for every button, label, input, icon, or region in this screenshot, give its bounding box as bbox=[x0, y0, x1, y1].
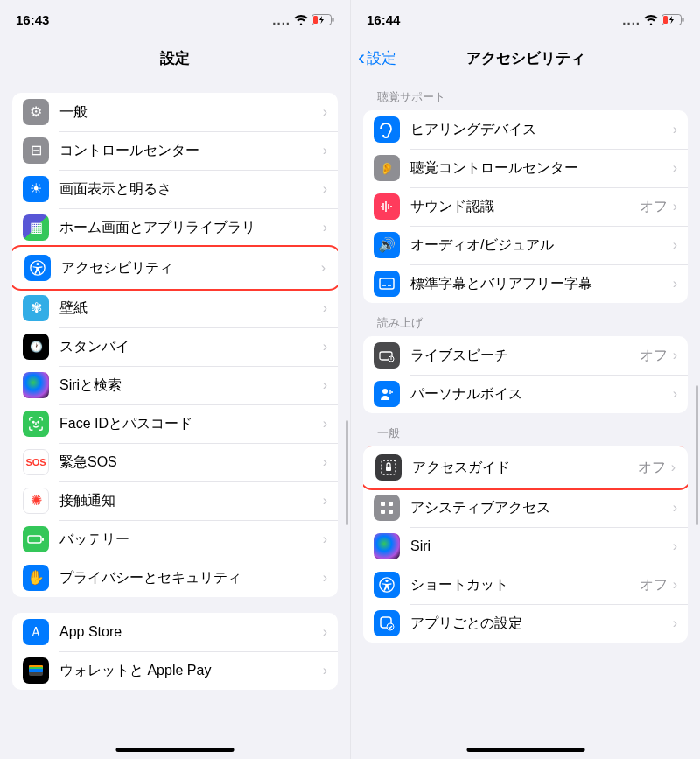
svg-rect-14 bbox=[663, 16, 668, 24]
chevron-right-icon: › bbox=[323, 570, 327, 586]
chevron-right-icon: › bbox=[323, 454, 327, 470]
chevron-right-icon: › bbox=[323, 416, 327, 432]
row-label: ホーム画面とアプリライブラリ bbox=[60, 219, 323, 237]
row-guided-access[interactable]: アクセスガイド オフ › bbox=[365, 448, 686, 487]
row-general[interactable]: ⚙ 一般 › bbox=[12, 93, 338, 131]
row-value: オフ bbox=[640, 576, 668, 594]
status-time: 16:44 bbox=[367, 12, 400, 27]
row-subtitles[interactable]: 標準字幕とバリアフリー字幕 › bbox=[363, 264, 688, 303]
row-personal-voice[interactable]: パーソナルボイス › bbox=[363, 375, 688, 413]
row-label: サウンド認識 bbox=[410, 198, 640, 216]
row-appstore[interactable]: Ａ App Store › bbox=[12, 613, 338, 651]
page-title: 設定 bbox=[160, 48, 190, 68]
chevron-right-icon: › bbox=[323, 663, 327, 678]
svg-point-6 bbox=[38, 421, 38, 422]
svg-rect-16 bbox=[380, 278, 394, 289]
row-label: オーディオ/ビジュアル bbox=[410, 236, 673, 255]
row-accessibility[interactable]: アクセシビリティ › bbox=[14, 249, 336, 287]
row-shortcut[interactable]: ショートカット オフ › bbox=[363, 566, 688, 604]
row-label: ショートカット bbox=[410, 576, 640, 594]
row-siri[interactable]: Siri › bbox=[363, 527, 688, 566]
person-voice-icon bbox=[374, 381, 400, 407]
wifi-icon bbox=[644, 14, 658, 25]
row-label: 壁紙 bbox=[60, 299, 323, 318]
row-hearing-control-center[interactable]: 👂 聴覚コントロールセンター › bbox=[363, 149, 688, 187]
row-per-app[interactable]: アプリごとの設定 › bbox=[363, 604, 688, 643]
battery-low-icon bbox=[662, 14, 684, 25]
keyboard-speech-icon bbox=[374, 342, 400, 369]
svg-point-27 bbox=[385, 580, 388, 582]
row-hearing-devices[interactable]: ヒアリングデバイス › bbox=[363, 110, 688, 149]
nav-bar: 設定 bbox=[0, 39, 350, 77]
row-label: パーソナルボイス bbox=[410, 385, 673, 404]
row-battery[interactable]: バッテリー › bbox=[12, 520, 338, 559]
waveform-icon bbox=[374, 193, 400, 220]
row-exposure[interactable]: ✺ 接触通知 › bbox=[12, 481, 338, 520]
row-label: アクセシビリティ bbox=[61, 259, 321, 278]
sos-icon: SOS bbox=[23, 449, 49, 475]
row-label: バッテリー bbox=[60, 531, 323, 549]
home-indicator[interactable] bbox=[116, 748, 234, 752]
row-assistive-access[interactable]: アシスティブアクセス › bbox=[363, 488, 688, 527]
row-faceid[interactable]: Face IDとパスコード › bbox=[12, 404, 338, 443]
row-wallet[interactable]: ウォレットと Apple Pay › bbox=[12, 651, 338, 690]
hearing-group: ヒアリングデバイス › 👂 聴覚コントロールセンター › サウンド認識 オフ ›… bbox=[363, 110, 688, 303]
svg-rect-7 bbox=[28, 536, 41, 543]
row-label: Siri bbox=[410, 538, 673, 554]
hand-icon: ✋ bbox=[23, 565, 49, 591]
appstore-icon: Ａ bbox=[23, 619, 49, 645]
row-sos[interactable]: SOS 緊急SOS › bbox=[12, 443, 338, 481]
flower-icon: ✾ bbox=[23, 295, 49, 321]
caption-icon bbox=[374, 271, 400, 297]
row-label: ライブスピーチ bbox=[410, 347, 640, 365]
back-button[interactable]: ‹ 設定 bbox=[358, 47, 396, 68]
chevron-right-icon: › bbox=[323, 181, 327, 197]
switches-icon: ⊟ bbox=[23, 137, 49, 164]
section-header-speech: 読み上げ bbox=[363, 303, 688, 336]
brightness-icon: ☀ bbox=[23, 176, 49, 202]
scrollbar[interactable] bbox=[346, 420, 348, 525]
row-label: アクセスガイド bbox=[412, 459, 638, 477]
row-control-center[interactable]: ⊟ コントロールセンター › bbox=[12, 131, 338, 170]
ear-icon bbox=[374, 116, 400, 143]
row-label: ヒアリングデバイス bbox=[410, 121, 673, 139]
chevron-right-icon: › bbox=[323, 143, 327, 158]
svg-rect-22 bbox=[381, 502, 385, 506]
apps-grid-icon: ▦ bbox=[23, 214, 49, 241]
chevron-right-icon: › bbox=[321, 260, 326, 276]
chevron-right-icon: › bbox=[673, 348, 677, 363]
row-label: 標準字幕とバリアフリー字幕 bbox=[410, 275, 673, 293]
row-audio-visual[interactable]: 🔊 オーディオ/ビジュアル › bbox=[363, 226, 688, 264]
row-label: App Store bbox=[60, 624, 323, 640]
chevron-right-icon: › bbox=[673, 237, 677, 253]
ear-small-icon: 👂 bbox=[374, 155, 400, 181]
row-privacy[interactable]: ✋ プライバシーとセキュリティ › bbox=[12, 559, 338, 597]
home-indicator[interactable] bbox=[466, 748, 584, 752]
nav-bar: ‹ 設定 アクセシビリティ bbox=[351, 39, 700, 77]
chevron-right-icon: › bbox=[673, 577, 677, 593]
row-standby[interactable]: 🕐 スタンバイ › bbox=[12, 327, 338, 366]
row-label: アプリごとの設定 bbox=[410, 615, 673, 633]
svg-rect-24 bbox=[381, 510, 385, 514]
svg-rect-8 bbox=[42, 538, 44, 541]
svg-point-4 bbox=[36, 263, 38, 265]
row-display[interactable]: ☀ 画面表示と明るさ › bbox=[12, 170, 338, 208]
row-sound-recognition[interactable]: サウンド認識 オフ › bbox=[363, 187, 688, 226]
chevron-left-icon: ‹ bbox=[358, 47, 365, 68]
scrollbar[interactable] bbox=[696, 385, 698, 525]
battery-low-icon bbox=[312, 14, 334, 25]
row-live-speech[interactable]: ライブスピーチ オフ › bbox=[363, 336, 688, 375]
row-home-screen[interactable]: ▦ ホーム画面とアプリライブラリ › bbox=[12, 208, 338, 247]
settings-group-2: Ａ App Store › ウォレットと Apple Pay › bbox=[12, 613, 338, 690]
svg-rect-12 bbox=[29, 669, 43, 672]
gear-icon: ⚙ bbox=[23, 99, 49, 125]
accessibility-screen: 16:44 .... ‹ 設定 アクセシビリティ 聴覚サポート ヒアリングデバイ… bbox=[350, 0, 700, 759]
svg-point-5 bbox=[33, 421, 34, 422]
grid-icon bbox=[374, 495, 400, 521]
row-siri[interactable]: Siriと検索 › bbox=[12, 366, 338, 404]
status-bar: 16:44 .... bbox=[351, 0, 700, 39]
svg-rect-25 bbox=[388, 510, 393, 514]
lock-frame-icon bbox=[375, 454, 402, 481]
row-wallpaper[interactable]: ✾ 壁紙 › bbox=[12, 289, 338, 327]
chevron-right-icon: › bbox=[673, 199, 677, 214]
